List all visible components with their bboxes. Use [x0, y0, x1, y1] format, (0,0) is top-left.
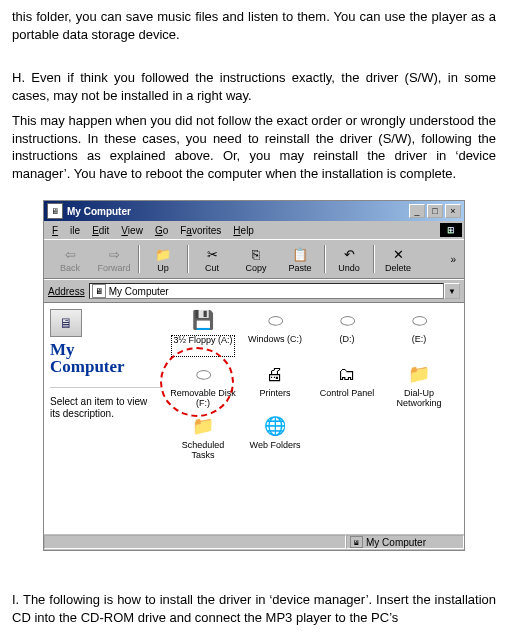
cut-icon: ✂: [203, 245, 221, 263]
web-folders-icon: 🌐: [261, 415, 289, 439]
address-field[interactable]: 🖥 My Computer: [89, 283, 444, 299]
my-computer-icon: 🖥: [350, 536, 363, 548]
windows-flag-icon: ⊞: [440, 223, 462, 237]
dialup-icon: 📁: [405, 363, 433, 387]
folder-dialup[interactable]: 📁 Dial-Up Networking: [386, 363, 452, 409]
my-computer-large-icon: 🖥: [50, 309, 82, 337]
my-computer-icon: 🖥: [47, 203, 63, 219]
screenshot-my-computer: 🖥 My Computer _ □ × File Edit View Go Fa…: [43, 200, 465, 551]
drive-icon: ⬭: [405, 309, 433, 333]
drive-icon: ⬭: [261, 309, 289, 333]
drive-e[interactable]: ⬭ (E:): [386, 309, 452, 357]
delete-button[interactable]: ✕ Delete: [376, 245, 420, 273]
menu-edit[interactable]: Edit: [86, 224, 115, 237]
address-label: Address: [48, 286, 85, 297]
cut-button[interactable]: ✂ Cut: [190, 245, 234, 273]
back-button[interactable]: ⇦ Back: [48, 245, 92, 273]
back-arrow-icon: ⇦: [61, 245, 79, 263]
status-right: 🖥 My Computer: [346, 535, 464, 549]
up-folder-icon: 📁: [154, 245, 172, 263]
my-computer-icon: 🖥: [92, 284, 106, 298]
pane-title: My Computer: [50, 341, 160, 375]
menu-go[interactable]: Go: [149, 224, 174, 237]
copy-button[interactable]: ⎘ Copy: [234, 245, 278, 273]
menu-file[interactable]: File: [46, 224, 86, 237]
drive-removable[interactable]: ⬭ Removable Disk (F:): [170, 363, 236, 409]
address-value: My Computer: [109, 286, 169, 297]
up-button[interactable]: 📁 Up: [141, 245, 185, 273]
paste-button[interactable]: 📋 Paste: [278, 245, 322, 273]
printers-icon: 🖨: [261, 363, 289, 387]
undo-button[interactable]: ↶ Undo: [327, 245, 371, 273]
window-title: My Computer: [67, 206, 407, 217]
removable-drive-icon: ⬭: [189, 363, 217, 387]
icon-view: 💾 3½ Floppy (A:) ⬭ Windows (C:) ⬭ (D:) ⬭…: [166, 303, 464, 533]
folder-scheduled-tasks[interactable]: 📁 Scheduled Tasks: [170, 415, 236, 461]
folder-control-panel[interactable]: 🗂 Control Panel: [314, 363, 380, 409]
pane-description: Select an item to view its description.: [50, 396, 160, 420]
address-dropdown[interactable]: ▼: [444, 283, 460, 299]
close-button[interactable]: ×: [445, 204, 461, 218]
maximize-button[interactable]: □: [427, 204, 443, 218]
menu-help[interactable]: Help: [227, 224, 260, 237]
body-text: this folder, you can save music files an…: [12, 8, 496, 43]
drive-d[interactable]: ⬭ (D:): [314, 309, 380, 357]
folder-printers[interactable]: 🖨 Printers: [242, 363, 308, 409]
paste-icon: 📋: [291, 245, 309, 263]
section-h-body: This may happen when you did not follow …: [12, 112, 496, 182]
control-panel-icon: 🗂: [333, 363, 361, 387]
drive-floppy[interactable]: 💾 3½ Floppy (A:): [170, 309, 236, 357]
undo-icon: ↶: [340, 245, 358, 263]
address-bar: Address 🖥 My Computer ▼: [44, 279, 464, 303]
content-area: 🖥 My Computer Select an item to view its…: [44, 303, 464, 533]
drive-icon: ⬭: [333, 309, 361, 333]
menu-bar: File Edit View Go Favorites Help ⊞: [44, 221, 464, 239]
minimize-button[interactable]: _: [409, 204, 425, 218]
forward-button[interactable]: ⇨ Forward: [92, 245, 136, 273]
menu-favorites[interactable]: Favorites: [174, 224, 227, 237]
folder-web-folders[interactable]: 🌐 Web Folders: [242, 415, 308, 461]
status-left: [44, 535, 346, 549]
status-bar: 🖥 My Computer: [44, 533, 464, 550]
window-titlebar: 🖥 My Computer _ □ ×: [44, 201, 464, 221]
delete-icon: ✕: [389, 245, 407, 263]
floppy-icon: 💾: [189, 309, 217, 333]
scheduled-tasks-icon: 📁: [189, 415, 217, 439]
menu-view[interactable]: View: [115, 224, 149, 237]
toolbar: ⇦ Back ⇨ Forward 📁 Up ✂ Cut ⎘ Copy: [44, 239, 464, 279]
drive-c[interactable]: ⬭ Windows (C:): [242, 309, 308, 357]
section-i: I. The following is how to install the d…: [12, 591, 496, 626]
left-info-pane: 🖥 My Computer Select an item to view its…: [44, 303, 166, 533]
copy-icon: ⎘: [247, 245, 265, 263]
section-h-intro: H. Even if think you followed the instru…: [12, 69, 496, 104]
toolbar-overflow[interactable]: »: [446, 254, 460, 265]
forward-arrow-icon: ⇨: [105, 245, 123, 263]
